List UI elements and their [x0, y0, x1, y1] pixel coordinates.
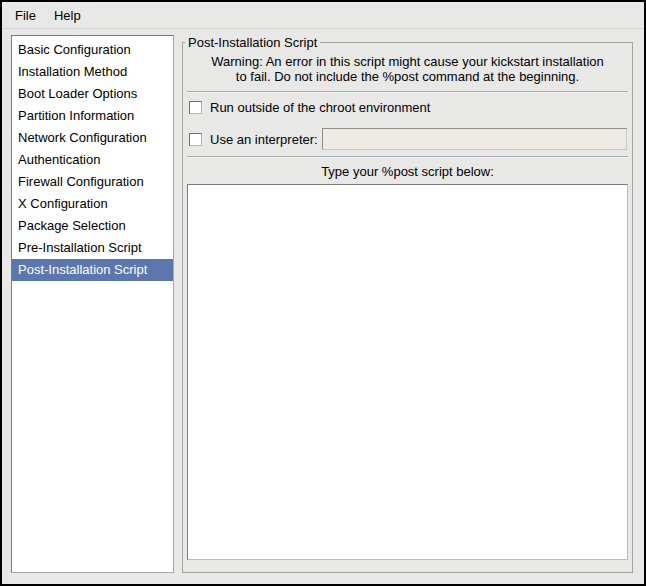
menu-help-label: Help: [54, 8, 81, 23]
menu-file[interactable]: File: [6, 4, 45, 27]
sidebar-item-package-selection[interactable]: Package Selection: [12, 215, 173, 237]
chroot-checkbox-label: Run outside of the chroot environment: [210, 100, 430, 115]
menubar: File Help: [2, 2, 644, 29]
interpreter-row: Use an interpreter:: [186, 121, 629, 156]
warning-line-1: Warning: An error in this script might c…: [190, 54, 625, 69]
kickstart-configurator-window: File Help Basic Configuration Installati…: [0, 0, 646, 586]
panel-title: Post-Installation Script: [185, 35, 320, 50]
sidebar-item-network-configuration[interactable]: Network Configuration: [12, 127, 173, 149]
interpreter-input[interactable]: [322, 128, 627, 150]
sidebar-item-basic-configuration[interactable]: Basic Configuration: [12, 39, 173, 61]
sidebar-item-x-configuration[interactable]: X Configuration: [12, 193, 173, 215]
post-installation-script-panel: Post-Installation Script Warning: An err…: [182, 42, 633, 573]
menu-file-label: File: [15, 8, 36, 23]
menu-help[interactable]: Help: [45, 4, 90, 27]
sidebar-item-pre-installation-script[interactable]: Pre-Installation Script: [12, 237, 173, 259]
interpreter-checkbox[interactable]: [189, 133, 202, 146]
section-list: Basic Configuration Installation Method …: [11, 35, 174, 573]
sidebar-item-post-installation-script[interactable]: Post-Installation Script: [12, 259, 173, 281]
sidebar-item-boot-loader-options[interactable]: Boot Loader Options: [12, 83, 173, 105]
warning-text: Warning: An error in this script might c…: [186, 43, 629, 91]
sidebar-item-authentication[interactable]: Authentication: [12, 149, 173, 171]
warning-line-2: to fail. Do not include the %post comman…: [190, 69, 625, 84]
main-content: Basic Configuration Installation Method …: [2, 29, 644, 584]
chroot-checkbox[interactable]: [189, 101, 202, 114]
interpreter-checkbox-label: Use an interpreter:: [210, 132, 318, 147]
sidebar-item-firewall-configuration[interactable]: Firewall Configuration: [12, 171, 173, 193]
sidebar-item-partition-information[interactable]: Partition Information: [12, 105, 173, 127]
script-area-label: Type your %post script below:: [186, 158, 629, 184]
chroot-checkbox-row: Run outside of the chroot environment: [186, 93, 629, 121]
post-script-textarea[interactable]: [187, 184, 628, 560]
sidebar-item-installation-method[interactable]: Installation Method: [12, 61, 173, 83]
